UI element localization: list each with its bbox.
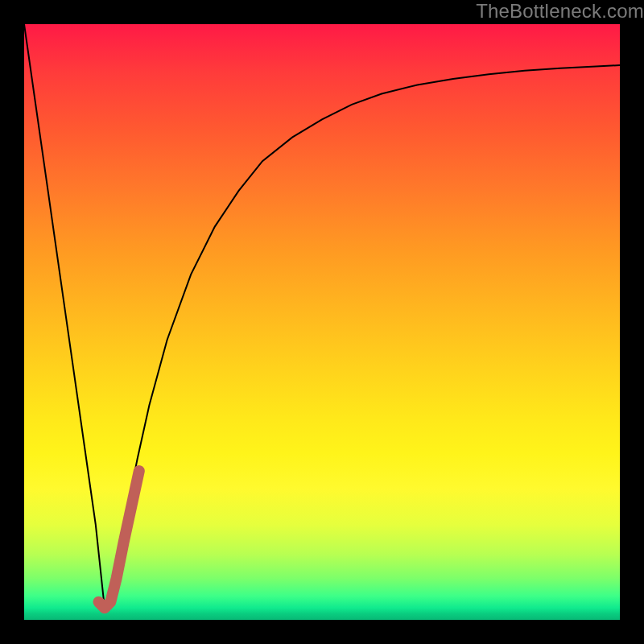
watermark-text: TheBottleneck.com — [476, 0, 644, 23]
plot-area — [24, 24, 620, 620]
highlight-segment — [99, 471, 139, 608]
bottleneck-curve — [24, 24, 620, 608]
chart-frame: TheBottleneck.com — [0, 0, 644, 644]
curve-layer — [24, 24, 620, 620]
